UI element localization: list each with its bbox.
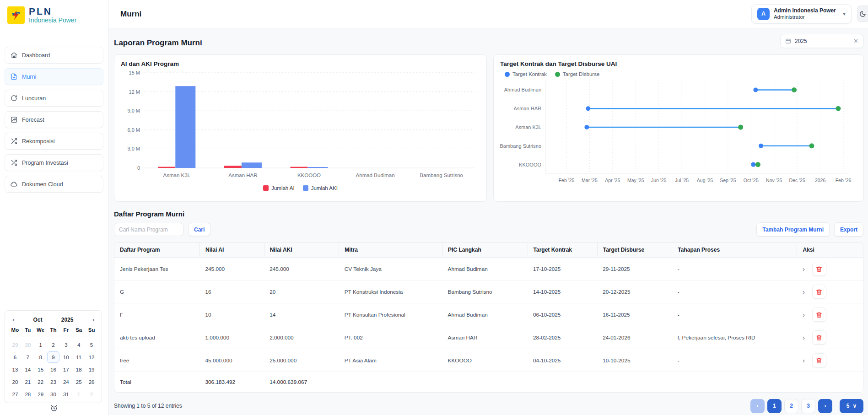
shuffle-icon (11, 138, 17, 145)
pagination-page-1[interactable]: 1 (767, 399, 782, 413)
main-area: Murni A Admin Indonesia Power Administra… (108, 0, 868, 415)
table-cell: - (672, 303, 797, 326)
calendar-day[interactable]: 9 (47, 351, 60, 363)
calendar-day[interactable]: 30 (22, 339, 34, 350)
col-mitra[interactable]: Mitra (339, 243, 442, 258)
delete-row-button[interactable] (812, 353, 826, 367)
col-pic-langkah[interactable]: PIC Langkah (442, 243, 528, 258)
pln-logo-icon (7, 6, 25, 24)
sidebar-calendar: ‹ Oct 2025 › MoTuWeThFrSaSu2930123456789… (5, 310, 102, 403)
calendar-day[interactable]: 23 (47, 376, 60, 388)
search-input[interactable] (114, 223, 183, 236)
export-button[interactable]: Export (834, 222, 863, 237)
row-expand-chevron-icon[interactable]: › (803, 288, 805, 296)
calendar-day[interactable]: 11 (72, 351, 85, 363)
sidebar-item-label: Murni (22, 74, 36, 80)
pagination-next-button[interactable]: › (818, 399, 832, 413)
table-cell: free (114, 349, 200, 372)
target-dumbbell-chart: Feb '25Mar '25Apr '25May '25Jun '25Jul '… (500, 77, 857, 187)
calendar-day[interactable]: 3 (59, 339, 72, 350)
file-plus-icon (11, 73, 17, 80)
calendar-day[interactable]: 24 (59, 376, 72, 388)
row-expand-chevron-icon[interactable]: › (803, 311, 805, 318)
calendar-day[interactable]: 31 (59, 388, 72, 400)
clock-icon[interactable] (50, 404, 58, 414)
legend-swatch-ai (263, 185, 269, 191)
pagination-page-2[interactable]: 2 (784, 399, 798, 413)
calendar-day[interactable]: 12 (85, 351, 98, 363)
svg-text:3,0 M: 3,0 M (127, 146, 140, 151)
calendar-day[interactable]: 29 (9, 339, 22, 350)
row-expand-chevron-icon[interactable]: › (803, 265, 805, 273)
weekday-label: Mo (9, 327, 22, 336)
calendar-day[interactable]: 1 (72, 388, 85, 400)
calendar-day[interactable]: 7 (22, 351, 34, 363)
sidebar-item-rekomposisi[interactable]: Rekomposisi (5, 133, 103, 150)
sidebar-item-murni[interactable]: Murni (5, 68, 103, 85)
aksi-cell: › (797, 303, 863, 326)
ai-aki-chart-card: AI dan AKI Program 03,0 M6,0 M9,0 M12 M1… (114, 54, 487, 202)
calendar-day[interactable]: 13 (9, 364, 22, 375)
sidebar-item-program-investasi[interactable]: Program Investasi (5, 154, 103, 171)
add-program-button[interactable]: Tambah Program Murni (756, 222, 830, 237)
col-daftar-program[interactable]: Daftar Program (114, 243, 200, 258)
calendar-day[interactable]: 16 (47, 364, 60, 375)
sidebar-item-label: Dokumen Cloud (22, 181, 63, 188)
calendar-day[interactable]: 26 (85, 376, 98, 388)
calendar-day[interactable]: 5 (85, 339, 98, 350)
calendar-day[interactable]: 2 (47, 339, 60, 350)
table-cell: Asman HAR (442, 326, 528, 349)
calendar-day[interactable]: 25 (72, 376, 85, 388)
trash-icon (816, 312, 822, 318)
calendar-day[interactable]: 14 (22, 364, 34, 375)
calendar-day[interactable]: 22 (34, 376, 47, 388)
delete-row-button[interactable] (812, 262, 826, 276)
calendar-day[interactable]: 8 (34, 351, 47, 363)
calendar-day[interactable]: 6 (9, 351, 22, 363)
sidebar-item-forecast[interactable]: Forecast (5, 111, 103, 128)
pagination-prev-button[interactable]: ‹ (750, 399, 765, 413)
col-target-kontrak[interactable]: Target Kontrak (528, 243, 597, 258)
calendar-next-icon[interactable]: › (92, 316, 94, 323)
calendar-day[interactable]: 4 (72, 339, 85, 350)
col-target-disburse[interactable]: Target Disburse (597, 243, 672, 258)
col-nilai-ai[interactable]: Nilai AI (200, 243, 264, 258)
search-button[interactable]: Cari (188, 223, 210, 236)
col-tahapan-proses[interactable]: Tahapan Proses (672, 243, 797, 258)
calendar-day[interactable]: 17 (59, 364, 72, 375)
pagination-page-3[interactable]: 3 (801, 399, 815, 413)
dark-mode-toggle[interactable] (857, 5, 868, 22)
calendar-day[interactable]: 19 (85, 364, 98, 375)
row-expand-chevron-icon[interactable]: › (803, 334, 805, 341)
svg-text:6,0 M: 6,0 M (127, 127, 140, 133)
row-expand-chevron-icon[interactable]: › (803, 356, 805, 364)
calendar-day[interactable]: 15 (34, 364, 47, 375)
calendar-year[interactable]: 2025 (61, 317, 74, 323)
calendar-day[interactable]: 2 (85, 388, 98, 400)
sidebar-item-dashboard[interactable]: Dashboard (5, 47, 103, 64)
calendar-day[interactable]: 1 (34, 339, 47, 350)
clear-filter-icon[interactable]: ✕ (853, 38, 858, 44)
calendar-prev-icon[interactable]: ‹ (12, 316, 14, 323)
calendar-day[interactable]: 27 (9, 388, 22, 400)
year-filter[interactable]: 2025 ✕ (780, 34, 863, 48)
page-size-select[interactable]: 5∨ (840, 399, 863, 413)
sidebar-item-label: Forecast (22, 117, 44, 123)
calendar-day[interactable]: 29 (34, 388, 47, 400)
calendar-day[interactable]: 21 (22, 376, 34, 388)
sidebar-item-dokumen-cloud[interactable]: Dokumen Cloud (5, 176, 103, 193)
delete-row-button[interactable] (812, 330, 826, 345)
calendar-day[interactable]: 28 (22, 388, 34, 400)
svg-text:Jul '25: Jul '25 (675, 178, 689, 183)
calendar-day[interactable]: 10 (59, 351, 72, 363)
calendar-day[interactable]: 18 (72, 364, 85, 375)
sidebar-item-luncuran[interactable]: Luncuran (5, 90, 103, 107)
total-cell: 306.183.492 (200, 372, 264, 392)
delete-row-button[interactable] (812, 307, 826, 322)
calendar-month[interactable]: Oct (33, 317, 43, 323)
calendar-day[interactable]: 20 (9, 376, 22, 388)
delete-row-button[interactable] (812, 285, 826, 299)
user-menu[interactable]: A Admin Indonesia Power Administrator ▾ (751, 4, 852, 24)
col-nilai-aki[interactable]: Nilai AKI (264, 243, 339, 258)
calendar-day[interactable]: 30 (47, 388, 60, 400)
